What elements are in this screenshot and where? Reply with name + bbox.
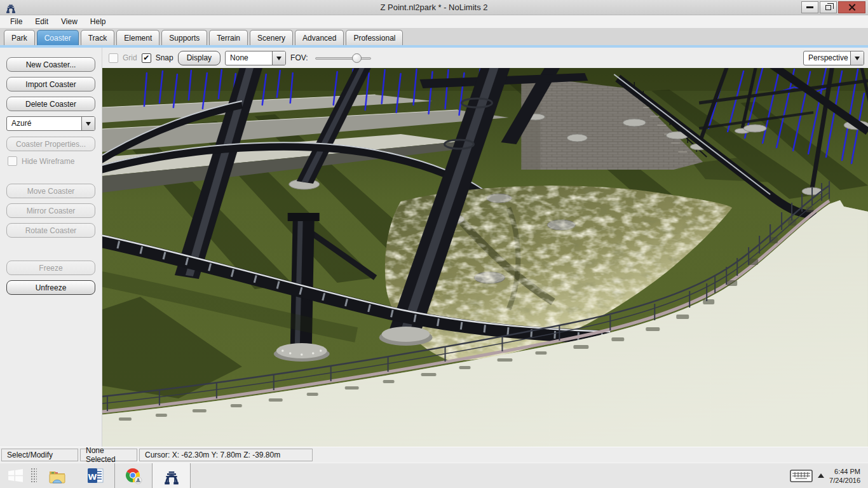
tab-supports[interactable]: Supports <box>161 30 207 45</box>
restore-icon <box>825 5 831 10</box>
system-tray: 6:44 PM 7/24/2016 <box>777 463 868 488</box>
coaster-properties-button[interactable]: Coaster Properties... <box>6 137 95 151</box>
menu-view[interactable]: View <box>55 16 84 28</box>
taskbar-grip[interactable] <box>31 468 37 484</box>
coaster-select[interactable]: Azuré <box>6 116 95 131</box>
snap-checkbox[interactable]: ✔ <box>142 53 151 63</box>
grid-label: Grid <box>123 53 137 62</box>
tab-track[interactable]: Track <box>81 30 115 45</box>
status-cursor-coordinates: Cursor: X: -62.30m Y: 7.80m Z: -39.80m <box>139 449 313 461</box>
chrome-icon <box>125 467 142 485</box>
taskbar-chrome[interactable] <box>114 463 153 488</box>
coaster-select-arrow[interactable] <box>81 117 95 130</box>
new-coaster-button[interactable]: New Coaster... <box>6 57 95 72</box>
hide-wireframe-row: Hide Wireframe <box>8 156 102 166</box>
tab-professional[interactable]: Professional <box>346 30 403 45</box>
coaster-sidebar: New Coaster... Import Coaster Delete Coa… <box>0 48 102 447</box>
move-coaster-button[interactable]: Move Coaster <box>6 184 95 198</box>
tab-element[interactable]: Element <box>116 30 159 45</box>
title-bar: Z Point.nl2park * - NoLimits 2 <box>0 0 868 15</box>
mirror-coaster-button[interactable]: Mirror Coaster <box>6 203 95 218</box>
grid-checkbox[interactable] <box>109 53 118 63</box>
view-mode-dropdown[interactable]: Perspective <box>803 51 864 65</box>
tab-terrain[interactable]: Terrain <box>209 30 248 45</box>
menu-file[interactable]: File <box>4 16 29 28</box>
file-explorer-icon <box>48 468 67 484</box>
word-icon: W <box>87 467 104 484</box>
show-hidden-icons-button[interactable] <box>818 470 824 478</box>
hide-wireframe-checkbox[interactable] <box>8 156 17 166</box>
fov-label: FOV: <box>290 53 308 62</box>
status-mode: Select/Modify <box>1 449 78 461</box>
delete-coaster-button[interactable]: Delete Coaster <box>6 97 95 111</box>
view-mode-value: Perspective <box>804 51 850 65</box>
fov-slider-handle[interactable] <box>352 53 362 63</box>
import-coaster-button[interactable]: Import Coaster <box>6 77 95 92</box>
freeze-button[interactable]: Freeze <box>6 261 95 275</box>
display-button[interactable]: Display <box>178 51 220 65</box>
rotate-coaster-button[interactable]: Rotate Coaster <box>6 223 95 238</box>
snap-label: Snap <box>156 53 173 62</box>
hide-wireframe-label: Hide Wireframe <box>22 157 74 166</box>
taskbar: W 6:44 PM 7/24/2016 <box>0 463 868 488</box>
menu-edit[interactable]: Edit <box>29 16 55 28</box>
style-dropdown-value: None <box>226 51 272 65</box>
close-icon <box>848 4 855 11</box>
chevron-down-icon <box>86 122 91 128</box>
style-dropdown-arrow[interactable] <box>272 51 285 65</box>
chevron-down-icon <box>276 57 281 63</box>
check-icon: ✔ <box>143 54 149 62</box>
status-selection: None Selected <box>80 449 137 461</box>
menu-help[interactable]: Help <box>84 16 112 28</box>
minimize-icon <box>806 6 813 8</box>
fov-slider[interactable] <box>315 53 371 64</box>
style-dropdown[interactable]: None <box>225 51 286 65</box>
svg-text:W: W <box>88 472 97 482</box>
restore-button[interactable] <box>820 1 837 13</box>
nolimits2-icon <box>163 467 180 485</box>
start-button[interactable] <box>0 463 31 488</box>
view-mode-arrow[interactable] <box>850 51 864 65</box>
view-toolbar: Grid ✔ Snap Display None FOV: Perspectiv… <box>102 48 868 68</box>
clock-date: 7/24/2016 <box>829 476 860 485</box>
tab-advanced[interactable]: Advanced <box>295 30 344 45</box>
tab-bar: Park Coaster Track Element Supports Terr… <box>0 28 868 45</box>
tab-coaster[interactable]: Coaster <box>37 30 79 45</box>
3d-viewport[interactable] <box>102 68 868 447</box>
chevron-down-icon <box>855 57 860 63</box>
tab-scenery[interactable]: Scenery <box>250 30 293 45</box>
status-bar: Select/Modify None Selected Cursor: X: -… <box>0 447 868 463</box>
keyboard-icon[interactable] <box>790 468 813 484</box>
coaster-scene <box>102 68 868 447</box>
coaster-select-value: Azuré <box>7 117 81 130</box>
close-button[interactable] <box>838 1 865 13</box>
taskbar-file-explorer[interactable] <box>38 463 76 488</box>
taskbar-word[interactable]: W <box>76 463 114 488</box>
tab-park[interactable]: Park <box>4 30 35 45</box>
fov-slider-track <box>315 57 371 60</box>
menu-bar: File Edit View Help <box>0 15 868 28</box>
window-title: Z Point.nl2park * - NoLimits 2 <box>0 3 868 12</box>
unfreeze-button[interactable]: Unfreeze <box>6 280 95 295</box>
windows-logo-icon <box>8 468 23 483</box>
minimize-button[interactable] <box>801 1 818 13</box>
clock-time: 6:44 PM <box>829 467 860 476</box>
taskbar-clock[interactable]: 6:44 PM 7/24/2016 <box>829 467 863 485</box>
taskbar-nolimits2-active[interactable] <box>153 463 191 488</box>
